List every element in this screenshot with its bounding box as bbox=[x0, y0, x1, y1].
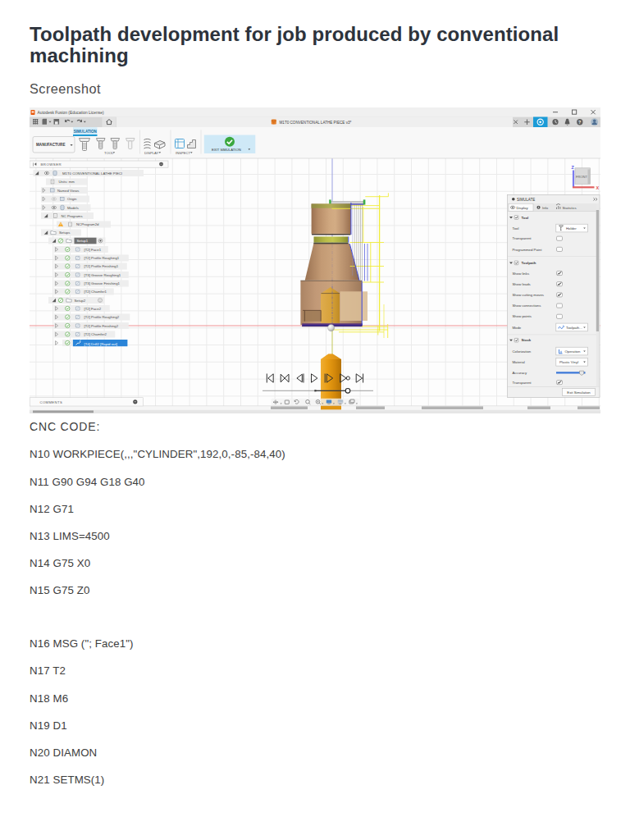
svg-text:Accuracy: Accuracy bbox=[513, 371, 528, 375]
svg-text:Setups: Setups bbox=[59, 231, 70, 235]
svg-text:Colorization: Colorization bbox=[513, 349, 532, 354]
svg-text:SIMULATE: SIMULATE bbox=[517, 198, 535, 202]
svg-text:Toolpath...: Toolpath... bbox=[566, 326, 582, 330]
svg-text:SIMULATION: SIMULATION bbox=[74, 130, 98, 134]
svg-text:Operation: Operation bbox=[565, 349, 581, 354]
svg-text:Mode: Mode bbox=[513, 326, 522, 330]
svg-text:Models: Models bbox=[67, 206, 79, 210]
svg-text:[T2] Profile Roughing2: [T2] Profile Roughing2 bbox=[84, 315, 120, 319]
svg-text:Stock: Stock bbox=[522, 338, 532, 342]
svg-text:Tool: Tool bbox=[522, 216, 529, 220]
svg-text:M1T0 CONVENTIONAL LATHE PIECI: M1T0 CONVENTIONAL LATHE PIECI bbox=[62, 171, 122, 176]
svg-text:Plastic Vinyl: Plastic Vinyl bbox=[559, 360, 578, 364]
svg-text:Show cutting moves: Show cutting moves bbox=[513, 293, 544, 297]
svg-text:Transparent: Transparent bbox=[513, 381, 532, 385]
svg-text:INSPECT: INSPECT bbox=[176, 151, 191, 155]
svg-text:DISPLAY: DISPLAY bbox=[144, 151, 159, 155]
svg-text:Toolpath: Toolpath bbox=[522, 261, 536, 265]
svg-text:FRONT: FRONT bbox=[576, 175, 588, 179]
svg-text:Setup2: Setup2 bbox=[75, 299, 86, 303]
svg-text:Setup1: Setup1 bbox=[77, 239, 89, 243]
svg-text:Display: Display bbox=[517, 206, 529, 210]
svg-text:MANUFACTURE: MANUFACTURE bbox=[36, 143, 65, 147]
svg-text:[T2] Chamfer2: [T2] Chamfer2 bbox=[84, 332, 107, 336]
svg-text:Tool: Tool bbox=[513, 226, 519, 231]
svg-text:[T2] Profile Finishing1: [T2] Profile Finishing1 bbox=[84, 264, 119, 268]
svg-text:Programmed Point: Programmed Point bbox=[513, 248, 543, 252]
svg-text:BROWSER: BROWSER bbox=[41, 162, 62, 167]
svg-text:Show leads: Show leads bbox=[513, 282, 531, 286]
svg-text:NCProgram2d: NCProgram2d bbox=[76, 222, 99, 226]
svg-text:[T2] Profile Roughing1: [T2] Profile Roughing1 bbox=[84, 256, 120, 260]
svg-text:M1T0 CONVENTIONAL LATHE PIECE: M1T0 CONVENTIONAL LATHE PIECE v3* bbox=[280, 121, 352, 125]
svg-text:[T4] Drill2 [Rapid out]: [T4] Drill2 [Rapid out] bbox=[84, 342, 117, 346]
svg-text:[T2] Chamfer1: [T2] Chamfer1 bbox=[84, 290, 107, 294]
svg-text:[T3] Groove Finishing1: [T3] Groove Finishing1 bbox=[84, 281, 121, 285]
svg-text:Statistics: Statistics bbox=[563, 206, 577, 210]
svg-text:Transparent: Transparent bbox=[513, 236, 532, 240]
svg-text:Show links: Show links bbox=[513, 272, 530, 276]
svg-text:X: X bbox=[596, 185, 600, 190]
svg-text:NC Programs: NC Programs bbox=[62, 214, 83, 218]
svg-text:Named Views: Named Views bbox=[57, 189, 79, 193]
svg-text:Exit Simulation: Exit Simulation bbox=[567, 390, 591, 395]
svg-text:Autodesk Fusion (Education Lic: Autodesk Fusion (Education License) bbox=[38, 111, 104, 115]
svg-text:Show points: Show points bbox=[513, 314, 532, 318]
svg-text:Show connections: Show connections bbox=[513, 304, 541, 308]
svg-text:Holder: Holder bbox=[566, 226, 577, 231]
svg-text:TOOL: TOOL bbox=[104, 151, 114, 155]
svg-text:COMMENTS: COMMENTS bbox=[40, 400, 63, 404]
svg-text:Units: mm: Units: mm bbox=[59, 180, 75, 184]
svg-text:Material: Material bbox=[513, 360, 525, 364]
svg-text:[T2] Face1: [T2] Face1 bbox=[84, 248, 102, 252]
svg-text:EXIT SIMULATION: EXIT SIMULATION bbox=[212, 148, 241, 152]
svg-text:[T2] Profile Finishing2: [T2] Profile Finishing2 bbox=[84, 324, 119, 328]
svg-text:Info: Info bbox=[542, 206, 549, 210]
svg-text:?: ? bbox=[578, 120, 581, 125]
svg-text:Origin: Origin bbox=[67, 197, 77, 201]
svg-text:[T3] Groove Roughing1: [T3] Groove Roughing1 bbox=[84, 273, 121, 277]
svg-text:[T2] Face2: [T2] Face2 bbox=[84, 307, 102, 311]
